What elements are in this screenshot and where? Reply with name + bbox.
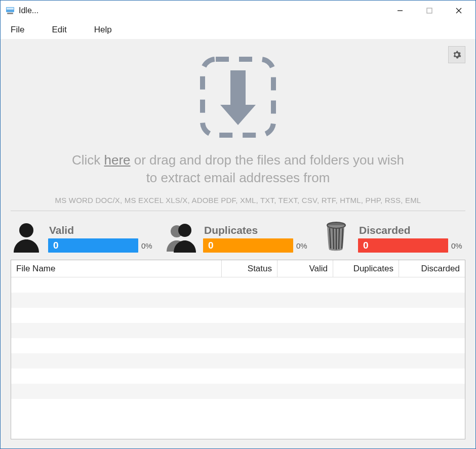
instruction-text-post1: or drag and drop the files and folders y… [131,152,405,168]
svg-point-12 [178,224,191,237]
table-row [11,308,465,323]
file-table: File Name Status Valid Duplicates Discar… [11,260,465,439]
stat-discarded-label: Discarded [358,224,465,236]
main-panel: Click here or drag and drop the files an… [1,39,475,448]
col-duplicates[interactable]: Duplicates [333,260,399,277]
menu-file[interactable]: File [4,23,31,37]
menu-help[interactable]: Help [87,23,119,37]
stat-discarded: Discarded 0 0% [321,220,465,253]
titlebar: Idle... [1,1,475,21]
minimize-button[interactable] [385,1,415,21]
svg-rect-2 [7,13,13,14]
svg-line-17 [339,228,339,249]
stat-discarded-value: 0 [363,240,369,251]
stat-duplicates: Duplicates 0 0% [166,220,310,253]
stat-duplicates-bar: 0 [203,238,293,253]
stat-duplicates-label: Duplicates [203,224,310,236]
col-status[interactable]: Status [222,260,277,277]
col-filename[interactable]: File Name [11,260,222,277]
instruction-text-post2: to extract email addresses from [146,170,330,185]
gear-icon [452,50,461,59]
table-row [11,384,465,399]
table-header: File Name Status Valid Duplicates Discar… [11,260,465,277]
col-discarded[interactable]: Discarded [399,260,465,277]
drop-arrow-icon [192,49,284,145]
stat-discarded-bar: 0 [358,238,448,253]
stat-valid-value: 0 [53,240,59,251]
stat-valid: Valid 0 0% [11,220,155,253]
menu-edit[interactable]: Edit [45,23,73,37]
stat-duplicates-value: 0 [208,240,214,251]
svg-rect-4 [427,8,432,13]
trash-icon [321,220,352,253]
instruction-text-pre: Click [72,152,104,168]
stat-valid-percent: 0% [141,241,155,250]
window-title: Idle... [19,6,38,15]
person-icon [11,220,42,253]
table-row [11,323,465,338]
table-row [11,338,465,353]
click-here-link[interactable]: here [104,152,130,168]
svg-rect-1 [7,8,14,10]
svg-rect-8 [230,70,246,106]
stat-valid-bar: 0 [48,238,138,253]
dropzone[interactable]: Click here or drag and drop the files an… [11,45,465,205]
stats-row: Valid 0 0% Duplicates 0 0% [11,216,465,260]
stat-valid-label: Valid [48,224,155,236]
table-row [11,293,465,308]
table-row [11,277,465,293]
table-row [11,399,465,414]
table-body [11,277,465,439]
close-button[interactable] [444,1,473,21]
people-icon [166,220,197,253]
svg-line-15 [333,228,334,249]
svg-point-10 [19,223,33,237]
settings-button[interactable] [448,46,465,63]
table-row [11,369,465,384]
svg-marker-9 [220,105,256,125]
stat-duplicates-percent: 0% [296,241,310,250]
supported-formats: MS WORD DOC/X, MS EXCEL XLS/X, ADOBE PDF… [55,196,421,205]
dropzone-instruction: Click here or drag and drop the files an… [72,151,404,187]
divider [11,211,465,211]
col-valid[interactable]: Valid [277,260,333,277]
table-row [11,353,465,369]
maximize-button[interactable] [415,1,444,21]
stat-discarded-percent: 0% [451,241,465,250]
app-icon [6,6,15,15]
menubar: File Edit Help [1,21,475,39]
